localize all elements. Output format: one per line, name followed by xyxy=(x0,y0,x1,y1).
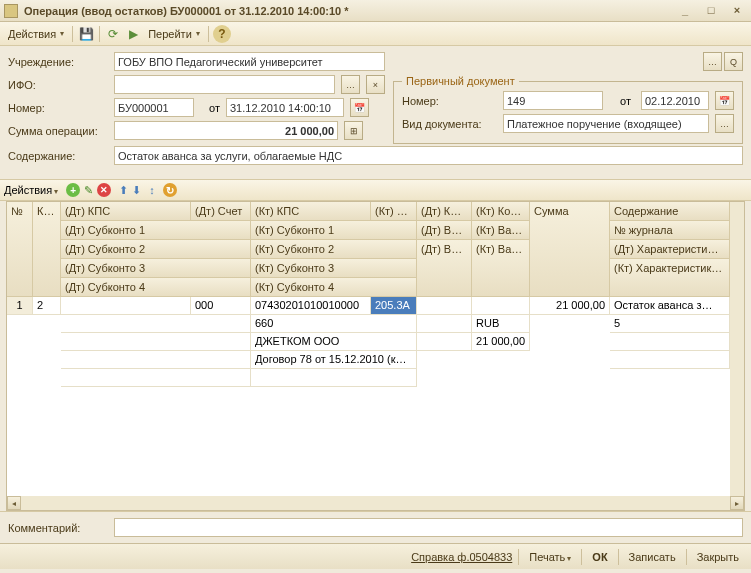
close-button[interactable]: × xyxy=(727,4,747,18)
actions-menu[interactable]: Действия xyxy=(4,26,68,42)
reference-link[interactable]: Справка ф.0504833 xyxy=(411,551,512,563)
edit-row-icon[interactable]: ✎ xyxy=(84,184,93,197)
col-kt-sub3[interactable]: (Кт) Субконто 3 xyxy=(251,259,417,278)
cell-kt-cur[interactable]: RUB xyxy=(472,315,530,333)
cell-dt-csum[interactable] xyxy=(417,333,472,351)
cell-dt-char[interactable] xyxy=(610,333,730,351)
window-title: Операция (ввод остатков) БУ000001 от 31.… xyxy=(24,5,675,17)
refresh-icon[interactable]: ⟳ xyxy=(104,25,122,43)
entries-grid[interactable]: № К… (Дт) КПС (Дт) Счет (Кт) КПС (Кт) Сч… xyxy=(6,201,745,511)
cell-dt-qty[interactable] xyxy=(417,297,472,315)
pd-calendar-icon[interactable]: 📅 xyxy=(715,91,734,110)
sort-icon[interactable]: ↕ xyxy=(149,184,155,196)
calc-icon[interactable]: ⊞ xyxy=(344,121,363,140)
col-dt-char[interactable]: (Дт) Характеристи… xyxy=(610,240,730,259)
content-input[interactable] xyxy=(114,146,743,165)
col-content[interactable]: Содержание xyxy=(610,202,730,221)
cell-kt-sub1[interactable]: 660 xyxy=(251,315,417,333)
cell-dt-cur[interactable] xyxy=(417,315,472,333)
add-row-icon[interactable]: + xyxy=(66,183,80,197)
col-n[interactable]: № xyxy=(7,202,33,297)
cell-kt-sub4[interactable] xyxy=(251,369,417,387)
cell-dt-kps[interactable] xyxy=(61,297,191,315)
cell-dt-sub2[interactable] xyxy=(61,333,251,351)
scroll-right-icon[interactable]: ▸ xyxy=(730,496,744,510)
col-kt-sub2[interactable]: (Кт) Субконто 2 xyxy=(251,240,417,259)
move-down-icon[interactable]: ⬇ xyxy=(132,184,141,197)
refresh-grid-icon[interactable]: ↻ xyxy=(163,183,177,197)
cell-kt-sub3[interactable]: Договор 78 от 15.12.2010 (к… xyxy=(251,351,417,369)
cell-kt-account[interactable]: 205.3А xyxy=(371,297,417,315)
sum-input[interactable] xyxy=(114,121,338,140)
cell-k[interactable]: 2 xyxy=(33,297,61,315)
col-kt-sub4[interactable]: (Кт) Субконто 4 xyxy=(251,278,417,297)
grid-actions-menu[interactable]: Действия xyxy=(4,184,58,196)
col-dt-sub2[interactable]: (Дт) Субконто 2 xyxy=(61,240,251,259)
col-kt-csum[interactable]: (Кт) Вал. сумма xyxy=(472,240,530,297)
cell-sum[interactable]: 21 000,00 xyxy=(530,297,610,315)
pd-date-input[interactable] xyxy=(641,91,709,110)
col-kt-cur[interactable]: (Кт) Валюта xyxy=(472,221,530,240)
ifo-clear-button[interactable]: × xyxy=(366,75,385,94)
col-k[interactable]: К… xyxy=(33,202,61,297)
col-dt-cur[interactable]: (Дт) Валю… xyxy=(417,221,472,240)
help-icon[interactable]: ? xyxy=(213,25,231,43)
col-kt-kps[interactable]: (Кт) КПС xyxy=(251,202,371,221)
date-input[interactable] xyxy=(226,98,344,117)
org-select-button[interactable]: … xyxy=(703,52,722,71)
pd-number-input[interactable] xyxy=(503,91,603,110)
number-input[interactable] xyxy=(114,98,194,117)
comment-input[interactable] xyxy=(114,518,743,537)
org-open-button[interactable]: Q xyxy=(724,52,743,71)
col-dt-csum[interactable]: (Дт) Вал. сумма xyxy=(417,240,472,297)
cell-kt-kps[interactable]: 07430201010010000 xyxy=(251,297,371,315)
col-dt-sub1[interactable]: (Дт) Субконто 1 xyxy=(61,221,251,240)
cell-kt-sub2[interactable]: ДЖЕТКОМ ООО xyxy=(251,333,417,351)
document-icon xyxy=(4,4,18,18)
print-button[interactable]: Печать xyxy=(525,549,575,565)
pd-type-select-button[interactable]: … xyxy=(715,114,734,133)
header-form: Учреждение: ИФО: … × Номер: от 📅 Сумма о… xyxy=(0,46,751,175)
cell-dt-account[interactable]: 000 xyxy=(191,297,251,315)
ifo-select-button[interactable]: … xyxy=(341,75,360,94)
navigate-menu[interactable]: Перейти xyxy=(144,26,204,42)
cell-journal[interactable]: 5 xyxy=(610,315,730,333)
col-dt-sub3[interactable]: (Дт) Субконто 3 xyxy=(61,259,251,278)
cell-dt-sub1[interactable] xyxy=(61,315,251,333)
cell-kt-csum[interactable]: 21 000,00 xyxy=(472,333,530,351)
col-kt-account[interactable]: (Кт) Счет xyxy=(371,202,417,221)
delete-row-icon[interactable]: ✕ xyxy=(97,183,111,197)
vertical-scrollbar[interactable] xyxy=(730,202,744,496)
ok-button[interactable]: ОК xyxy=(588,549,611,565)
ifo-label: ИФО: xyxy=(8,79,108,91)
play-icon[interactable]: ▶ xyxy=(124,25,142,43)
col-kt-char[interactable]: (Кт) Характеристик движения xyxy=(610,259,730,297)
col-dt-sub4[interactable]: (Дт) Субконто 4 xyxy=(61,278,251,297)
cell-content[interactable]: Остаток аванса з… xyxy=(610,297,730,315)
minimize-button[interactable]: _ xyxy=(675,4,695,18)
col-dt-account[interactable]: (Дт) Счет xyxy=(191,202,251,221)
col-sum[interactable]: Сумма xyxy=(530,202,610,297)
cell-dt-sub3[interactable] xyxy=(61,351,251,369)
col-dt-kps[interactable]: (Дт) КПС xyxy=(61,202,191,221)
cell-kt-char[interactable] xyxy=(610,351,730,369)
cell-dt-sub4[interactable] xyxy=(61,369,251,387)
close-button[interactable]: Закрыть xyxy=(693,549,743,565)
maximize-button[interactable]: □ xyxy=(701,4,721,18)
col-dt-qty[interactable]: (Дт) Коли… xyxy=(417,202,472,221)
col-kt-sub1[interactable]: (Кт) Субконто 1 xyxy=(251,221,417,240)
col-kt-qty[interactable]: (Кт) Колич… xyxy=(472,202,530,221)
calendar-icon[interactable]: 📅 xyxy=(350,98,369,117)
horizontal-scrollbar[interactable]: ◂ ▸ xyxy=(7,496,744,510)
pd-type-input[interactable] xyxy=(503,114,709,133)
save-icon[interactable]: 💾 xyxy=(77,25,95,43)
col-journal[interactable]: № журнала xyxy=(610,221,730,240)
save-button[interactable]: Записать xyxy=(625,549,680,565)
scroll-left-icon[interactable]: ◂ xyxy=(7,496,21,510)
move-up-icon[interactable]: ⬆ xyxy=(119,184,128,197)
ifo-input[interactable] xyxy=(114,75,335,94)
pd-from-label: от xyxy=(609,95,635,107)
org-input[interactable] xyxy=(114,52,385,71)
cell-n[interactable]: 1 xyxy=(7,297,33,315)
cell-kt-qty[interactable] xyxy=(472,297,530,315)
